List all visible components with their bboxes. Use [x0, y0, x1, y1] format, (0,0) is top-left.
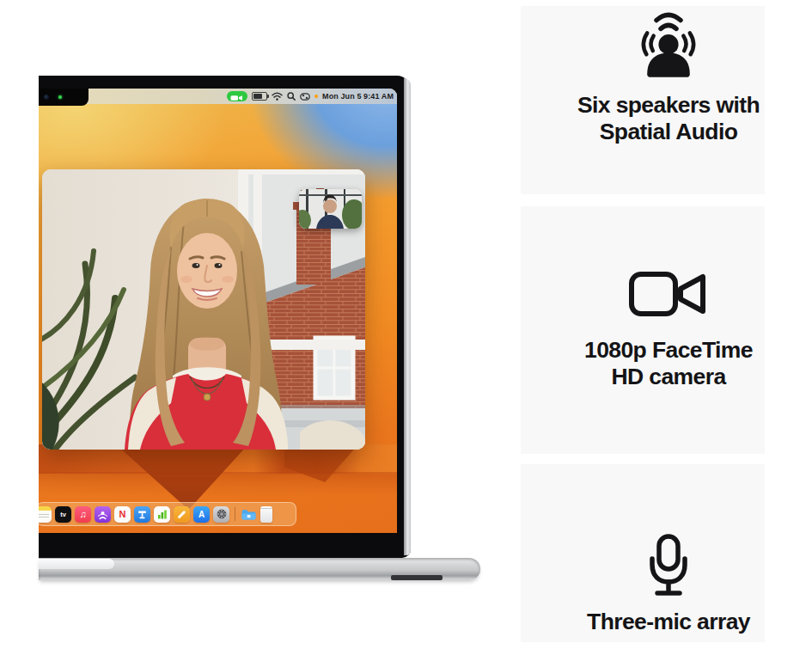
macbook-base — [39, 558, 480, 580]
wifi-icon[interactable] — [272, 92, 283, 101]
feature-card-camera: 1080p FaceTime HD camera — [521, 206, 765, 454]
pages-pencil-glyph — [178, 510, 186, 518]
dock-icon-trash[interactable] — [260, 506, 272, 523]
dock-icon-numbers[interactable] — [154, 506, 170, 523]
macbook-screen: Mon Jun 5 9:41 AM — [39, 89, 397, 533]
control-center-icon[interactable] — [300, 93, 310, 101]
product-feature-graphic: Mon Jun 5 9:41 AM — [0, 0, 812, 649]
macbook-rubber-foot — [391, 575, 443, 580]
feature-line: Three-mic array — [587, 609, 750, 635]
macbook-lid-rim — [404, 78, 411, 555]
microphone-icon — [645, 533, 692, 602]
dock-icon-system-settings[interactable] — [213, 506, 229, 523]
feature-text-mic: Three-mic array — [587, 609, 750, 635]
macbook-lid: Mon Jun 5 9:41 AM — [39, 76, 411, 558]
dock-divider — [235, 507, 235, 521]
feature-line: 1080p FaceTime — [584, 337, 753, 364]
folder-icon — [241, 506, 257, 523]
menu-bar: Mon Jun 5 9:41 AM — [39, 89, 397, 104]
feature-line: Spatial Audio — [577, 119, 760, 145]
dock[interactable]: tv ♫ N — [39, 502, 296, 526]
dock-icon-apple-tv[interactable]: tv — [55, 506, 71, 523]
feature-text-camera: 1080p FaceTime HD camera — [584, 337, 753, 390]
dock-icon-music[interactable]: ♫ — [75, 506, 91, 523]
dock-icon-keynote[interactable] — [134, 506, 150, 523]
menu-bar-clock[interactable]: Mon Jun 5 9:41 AM — [322, 92, 394, 101]
spatial-audio-icon — [631, 6, 706, 83]
dock-icon-pages[interactable] — [174, 506, 190, 523]
feature-card-speakers: Six speakers with Spatial Audio — [521, 6, 765, 194]
facetime-pip-self-view[interactable] — [299, 189, 362, 229]
feature-line: HD camera — [584, 364, 753, 390]
podcasts-glyph — [97, 509, 108, 520]
numbers-bars-glyph — [156, 508, 168, 520]
mic-in-use-indicator — [314, 95, 318, 98]
dock-icon-downloads-folder[interactable] — [241, 506, 257, 523]
video-camera-icon — [627, 268, 710, 323]
feature-line: Six speakers with — [577, 92, 760, 119]
facetime-active-indicator[interactable] — [227, 91, 247, 101]
keynote-podium-glyph — [137, 509, 148, 520]
spotlight-icon[interactable] — [287, 92, 296, 101]
facetime-window[interactable] — [42, 169, 365, 450]
dock-icon-podcasts[interactable] — [95, 506, 111, 523]
music-note-glyph: ♫ — [79, 509, 86, 519]
news-glyph: N — [119, 509, 126, 519]
dock-icon-news[interactable]: N — [114, 506, 131, 523]
dock-icon-app-store[interactable]: A — [193, 506, 210, 523]
gear-icon — [216, 508, 228, 520]
app-store-glyph: A — [198, 510, 205, 519]
webcam-lens — [44, 95, 49, 100]
feature-card-mic: Three-mic array — [521, 464, 765, 642]
facetime-pip-man — [299, 189, 362, 229]
battery-icon[interactable] — [252, 92, 267, 101]
macbook-lid-scoop — [39, 559, 114, 569]
apple-tv-glyph: tv — [60, 511, 66, 518]
camera-on-led — [58, 95, 62, 99]
camera-notch — [39, 89, 89, 106]
feature-text-speakers: Six speakers with Spatial Audio — [577, 92, 760, 145]
video-camera-glyph — [227, 93, 247, 103]
dock-icon-notes[interactable] — [39, 506, 52, 523]
